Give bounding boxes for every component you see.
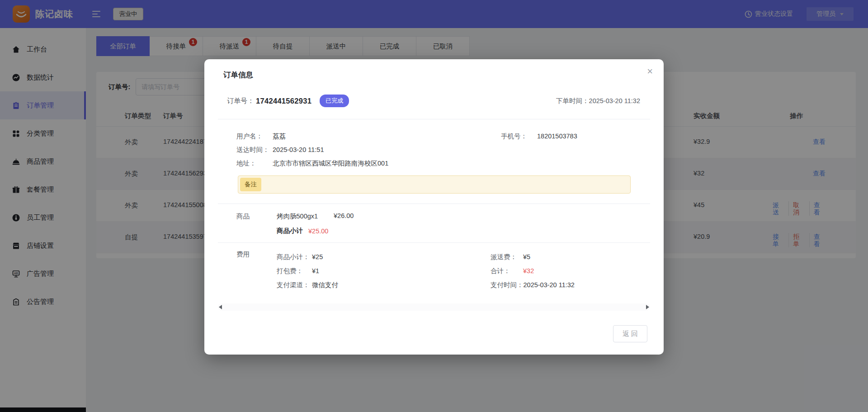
fee-key: 派送费： (491, 250, 523, 264)
goods-label: 商品 (236, 212, 277, 221)
fee-key: 支付渠道： (277, 278, 312, 292)
goods-subtotal-value: ¥25.00 (308, 227, 328, 235)
back-button[interactable]: 返回 (613, 325, 647, 342)
phone-label: 手机号： (501, 129, 535, 143)
address-value: 北京市市辖区西城区华阳路南海校区001 (273, 160, 388, 167)
goods-subtotal-label: 商品小计 (277, 227, 303, 235)
address-label: 地址： (236, 156, 271, 170)
user-name-label: 用户名： (236, 129, 271, 143)
fee-value: ¥5 (523, 253, 530, 260)
delivered-time-value: 2025-03-20 11:51 (273, 146, 324, 153)
created-time-label: 下单时间： (556, 97, 589, 104)
horizontal-scrollbar[interactable] (218, 303, 650, 311)
scroll-right-icon[interactable] (646, 305, 649, 309)
fees-section: 费用 商品小计：¥25 打包费：¥1 支付渠道：微信支付 派送费：¥5 合计：¥… (204, 243, 664, 292)
order-no-label: 订单号： (227, 97, 254, 105)
app-root: 陈记卤味 营业中 营业状态设置 管理员 工作台 数据统计 (0, 0, 868, 412)
created-time: 下单时间：2025-03-20 11:32 (556, 97, 640, 105)
fee-key: 打包费： (277, 264, 312, 278)
goods-section: 商品 烤肉肠500gx1 ¥26.00 商品小计 ¥25.00 (204, 204, 664, 242)
order-info-modal: 订单信息 × 订单号： 1742441562931 已完成 下单时间：2025-… (204, 59, 664, 355)
fee-value: 微信支付 (312, 281, 338, 289)
phone-value: 18201503783 (537, 133, 577, 140)
status-badge: 已完成 (320, 95, 349, 107)
fee-value: 2025-03-20 11:32 (524, 281, 575, 289)
fee-key: 商品小计： (277, 250, 312, 264)
close-icon[interactable]: × (647, 66, 653, 76)
fee-key: 合计： (491, 264, 523, 278)
fee-total-value: ¥32 (523, 267, 534, 275)
fee-key: 支付时间： (491, 278, 524, 292)
note-tag: 备注 (240, 178, 261, 191)
fees-label: 费用 (236, 250, 250, 259)
order-no-value: 1742441562931 (256, 97, 311, 105)
modal-title: 订单信息 (223, 71, 253, 79)
order-summary-line: 订单号： 1742441562931 已完成 下单时间：2025-03-20 1… (204, 87, 664, 119)
scroll-left-icon[interactable] (219, 305, 222, 309)
goods-item-price: ¥26.00 (334, 212, 354, 221)
customer-info-section: 用户名： 荔荔 手机号： 18201503783 送达时间： 2025-03-2… (204, 119, 664, 194)
created-time-value: 2025-03-20 11:32 (589, 97, 640, 104)
fee-value: ¥25 (312, 253, 323, 260)
fee-value: ¥1 (312, 267, 319, 275)
goods-item-name: 烤肉肠500gx1 (277, 212, 334, 221)
delivered-time-label: 送达时间： (236, 143, 271, 156)
user-name-value: 荔荔 (273, 133, 286, 140)
order-note-box: 备注 (238, 175, 631, 194)
